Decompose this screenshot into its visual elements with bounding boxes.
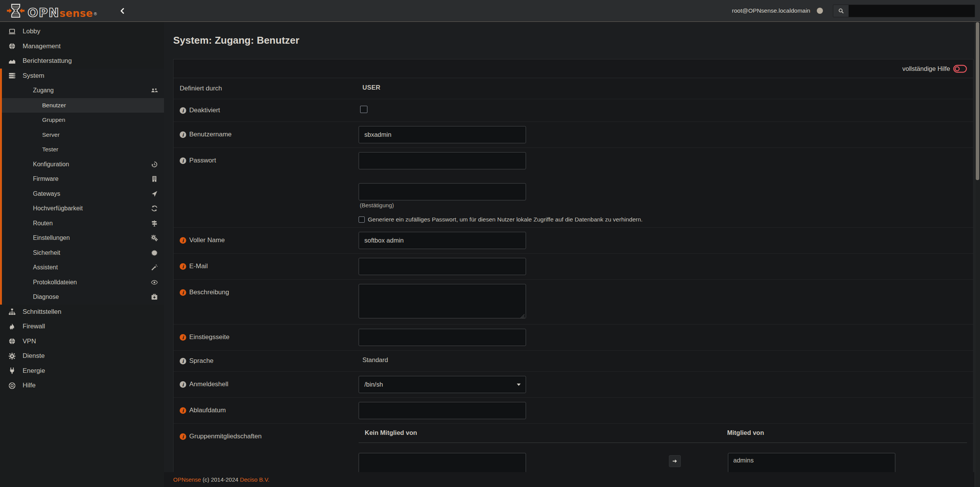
sidebar-collapse-button[interactable] xyxy=(117,5,128,16)
logged-in-user[interactable]: root@OPNsense.localdomain xyxy=(732,7,810,14)
info-icon: i xyxy=(180,381,186,388)
sidebar-item-server[interactable]: Server xyxy=(2,128,164,143)
laptop-icon xyxy=(8,28,16,35)
row-full-name: i Voller Name xyxy=(174,228,973,254)
sidebar-item-berichterstattung[interactable]: Berichterstattung xyxy=(0,54,164,69)
row-login-shell: i Anmeldeshell /bin/sh xyxy=(174,372,973,398)
footer-brand-link[interactable]: OPNsense xyxy=(173,476,201,483)
disabled-checkbox[interactable] xyxy=(360,106,367,113)
sidebar-item-diagnose[interactable]: Diagnose xyxy=(2,290,164,305)
email-input[interactable] xyxy=(359,258,526,275)
server-icon xyxy=(8,72,16,79)
disabled-label: Deaktiviert xyxy=(189,107,220,114)
sidebar-item-firmware[interactable]: Firmware xyxy=(2,172,164,187)
search-input[interactable] xyxy=(849,5,975,17)
info-icon: i xyxy=(180,157,186,164)
sidebar-item-gateways[interactable]: Gateways xyxy=(2,187,164,202)
info-icon: i xyxy=(180,334,186,341)
login-shell-value: /bin/sh xyxy=(364,381,383,388)
sidebar-item-schnittstellen[interactable]: Schnittstellen xyxy=(0,305,164,320)
globe-icon xyxy=(8,338,16,345)
logo-text-opn: OPN xyxy=(28,7,59,19)
row-landing-page: i Einstiegsseite xyxy=(174,325,973,351)
expiration-label: Ablaufdatum xyxy=(189,407,226,414)
landing-page-label: Einstiegsseite xyxy=(189,333,229,341)
sidebar-item-system[interactable]: System xyxy=(2,69,164,84)
sidebar-item-zugang[interactable]: Zugang xyxy=(2,83,164,98)
sidebar-item-energie[interactable]: Energie xyxy=(0,364,164,379)
sidebar-item-assistent[interactable]: Assistent xyxy=(2,260,164,275)
add-to-group-button[interactable] xyxy=(669,455,681,467)
sidebar-item-tester[interactable]: Tester xyxy=(2,142,164,157)
scrollbar[interactable] xyxy=(975,22,980,487)
username-label: Benutzername xyxy=(189,131,232,138)
cog-icon xyxy=(8,353,16,360)
page-title: System: Zugang: Benutzer xyxy=(173,34,980,46)
generate-password-checkbox[interactable] xyxy=(359,216,365,223)
info-icon: i xyxy=(180,263,186,270)
group-memberships-label: Gruppenmitgliedschaften xyxy=(189,433,262,440)
caret-down-icon xyxy=(517,384,521,386)
password-label: Passwort xyxy=(189,157,216,164)
description-label: Beschreibung xyxy=(189,289,229,296)
sidebar-item-firewall[interactable]: Firewall xyxy=(0,319,164,334)
sidebar-nav: Lobby Management Berichterstattung Syste… xyxy=(0,22,164,487)
language-value: Standard xyxy=(359,356,388,363)
description-textarea[interactable] xyxy=(359,284,526,318)
row-expiration: i Ablaufdatum xyxy=(174,398,973,424)
sidebar-item-sicherheit[interactable]: Sicherheit xyxy=(2,246,164,261)
sidebar-item-protokolldateien[interactable]: Protokolldateien xyxy=(2,275,164,290)
full-help-label[interactable]: vollständige Hilfe xyxy=(902,65,950,72)
sidebar-item-vpn[interactable]: VPN xyxy=(0,334,164,349)
landing-page-input[interactable] xyxy=(359,329,526,346)
sidebar-item-hilfe[interactable]: Hilfe xyxy=(0,378,164,393)
defined-by-label: Definiert durch xyxy=(180,85,222,92)
row-disabled: i Deaktiviert xyxy=(174,99,973,122)
map-signs-icon xyxy=(151,220,158,227)
footer-company-link[interactable]: Deciso B.V. xyxy=(240,476,269,483)
password-confirm-caption: (Bestätigung) xyxy=(360,202,967,208)
sidebar-item-benutzer[interactable]: Benutzer xyxy=(2,98,164,113)
opnsense-logo[interactable]: OPNsense® xyxy=(7,3,97,19)
row-defined-by: Definiert durch USER xyxy=(174,78,973,99)
password-confirm-input[interactable] xyxy=(359,183,526,200)
full-name-label: Voller Name xyxy=(189,236,225,244)
plug-icon xyxy=(8,367,16,374)
sidebar-item-lobby[interactable]: Lobby xyxy=(0,24,164,39)
member-list-item[interactable]: admins xyxy=(728,453,895,467)
row-description: i Beschreibung xyxy=(174,280,973,325)
location-arrow-icon xyxy=(151,190,158,197)
sidebar-item-konfiguration[interactable]: Konfiguration xyxy=(2,157,164,172)
user-edit-panel: vollständige Hilfe Definiert durch USER … xyxy=(173,59,973,487)
email-label: E-Mail xyxy=(189,262,208,270)
scrollbar-thumb[interactable] xyxy=(976,22,979,180)
toggle-off-icon[interactable] xyxy=(953,65,967,73)
full-name-input[interactable] xyxy=(359,232,526,249)
generate-password-label: Generiere ein zufälliges Passwort, um fü… xyxy=(368,216,642,223)
life-ring-icon xyxy=(8,382,16,389)
divider xyxy=(359,443,967,443)
logo-text-sense: sense xyxy=(59,8,93,19)
info-icon: i xyxy=(180,289,186,296)
users-icon xyxy=(151,87,158,94)
sidebar-item-einstellungen[interactable]: Einstellungen xyxy=(2,231,164,246)
sidebar-group-system: System Zugang Benutzer Gruppen Server Te… xyxy=(0,69,164,305)
sidebar-item-routen[interactable]: Routen xyxy=(2,216,164,231)
sidebar-item-management[interactable]: Management xyxy=(0,39,164,54)
row-email: i E-Mail xyxy=(174,254,973,280)
expiration-input[interactable] xyxy=(359,402,526,419)
sidebar-item-hochverfuegbarkeit[interactable]: Hochverfügbarkeit xyxy=(2,201,164,216)
search-icon xyxy=(833,5,849,17)
top-navbar: OPNsense® root@OPNsense.localdomain xyxy=(0,0,980,22)
username-input[interactable] xyxy=(359,126,526,143)
sidebar-item-dienste[interactable]: Dienste xyxy=(0,349,164,364)
login-shell-select[interactable]: /bin/sh xyxy=(359,376,526,393)
fire-icon xyxy=(8,323,16,330)
sitemap-icon xyxy=(8,308,16,315)
footer-copyright: (c) 2014-2024 xyxy=(203,476,238,483)
password-input[interactable] xyxy=(359,152,526,169)
not-member-header: Kein Mitglied von xyxy=(365,429,417,436)
login-shell-label: Anmeldeshell xyxy=(189,380,228,388)
sidebar-item-gruppen[interactable]: Gruppen xyxy=(2,113,164,128)
defined-by-value: USER xyxy=(359,84,380,91)
